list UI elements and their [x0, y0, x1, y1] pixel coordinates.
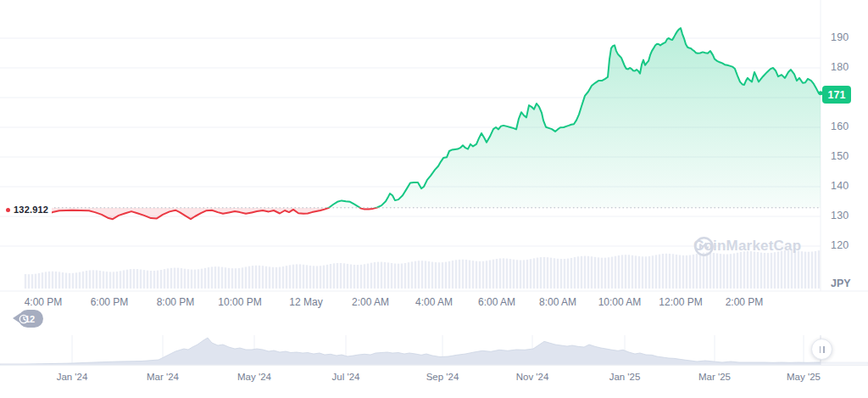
x-axis-tick-label: 4:00 PM: [25, 296, 63, 308]
y-axis-tick-label: 160: [831, 121, 849, 132]
currency-unit-label: JPY: [831, 277, 851, 289]
navigator-tick-label: Mar '25: [698, 372, 731, 382]
navigator-tick-label: May '24: [237, 372, 271, 382]
baseline-marker-dot-icon: [6, 208, 10, 212]
y-axis-tick-label: 190: [831, 31, 849, 43]
last-price-value: 171: [828, 89, 846, 101]
main-price-chart[interactable]: [0, 0, 868, 293]
handle-grip-icon: [823, 346, 825, 353]
navigator-tick-label: Nov '24: [516, 372, 549, 382]
navigator-resize-handle[interactable]: [811, 339, 832, 360]
x-axis-tick-label: 10:00 PM: [218, 296, 261, 308]
navigator-tick-label: May '25: [787, 372, 821, 382]
x-axis-tick-label: 6:00 AM: [478, 296, 515, 308]
x-axis-tick-label: 2:00 PM: [726, 296, 764, 308]
x-axis-tick-label: 2:00 AM: [352, 296, 389, 308]
x-axis-tick-label: 6:00 PM: [91, 296, 129, 308]
x-axis-tick-label: 8:00 PM: [157, 296, 195, 308]
navigator-tick-label: Jan '25: [609, 372, 641, 382]
navigator-tick-label: Jan '24: [57, 372, 88, 382]
y-axis-tick-label: 140: [831, 180, 849, 192]
price-chart-panel: 132.912 CoinMarketCap 171 JPY 12 1901801…: [0, 0, 868, 398]
clock-icon: [19, 314, 29, 324]
x-axis-tick-label: 10:00 AM: [598, 296, 642, 308]
baseline-price-label: 132.912: [4, 204, 52, 216]
series-above-baseline: [47, 28, 821, 219]
x-axis-tick-label: 12:00 PM: [659, 296, 702, 308]
navigator-tick-label: Jul '24: [332, 372, 360, 382]
last-price-badge: 171: [822, 86, 851, 104]
x-axis-tick-label: 8:00 AM: [539, 296, 576, 308]
y-axis-tick-label: 150: [831, 150, 849, 162]
navigator-tick-label: Mar '24: [147, 372, 179, 382]
x-axis-tick-label: 12 May: [289, 296, 322, 308]
navigator-tick-label: Sep '24: [426, 372, 459, 382]
navigator-area: [0, 338, 868, 365]
interval-indicator-badge[interactable]: 12: [19, 310, 43, 328]
baseline-price-value: 132.912: [14, 205, 48, 215]
y-axis-tick-label: 130: [831, 210, 849, 221]
handle-grip-icon: [820, 346, 821, 353]
x-axis-tick-label: 4:00 AM: [415, 296, 453, 308]
timeline-navigator[interactable]: [0, 335, 868, 366]
volume-bars: [25, 250, 820, 289]
y-axis-tick-label: 180: [831, 61, 849, 73]
y-axis-tick-label: 120: [831, 239, 849, 251]
